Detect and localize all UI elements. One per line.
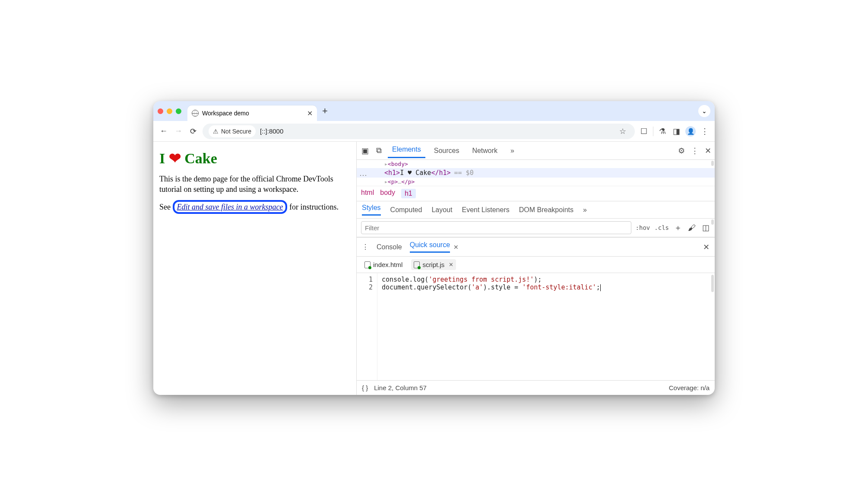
line-number-1: 1 xyxy=(361,276,373,283)
dom-eq-chip: == $0 xyxy=(454,169,474,177)
hov-toggle[interactable]: :hov xyxy=(636,224,650,231)
body-split: I ❤ Cake This is the demo page for the o… xyxy=(153,142,715,395)
crumb-h1[interactable]: h1 xyxy=(401,189,416,198)
page-content: I ❤ Cake This is the demo page for the o… xyxy=(153,142,356,395)
coverage-status: Coverage: n/a xyxy=(669,384,710,391)
tab-quick-source[interactable]: Quick source xyxy=(410,241,450,253)
line-number-2: 2 xyxy=(361,283,373,291)
para2-suffix: for instructions. xyxy=(287,203,339,211)
inspect-icon[interactable]: ▣ xyxy=(360,146,370,156)
editor-code[interactable]: console.log('greetings from script.js!')… xyxy=(377,273,605,380)
tab-strip: Workspace demo ✕ + ⌄ xyxy=(153,101,715,121)
kebab-menu-icon[interactable]: ⋮ xyxy=(700,127,710,136)
extensions-icon[interactable]: ☐ xyxy=(639,127,649,136)
source-editor[interactable]: 1 2 console.log('greetings from script.j… xyxy=(357,273,715,380)
close-tab-button[interactable]: ✕ xyxy=(307,109,313,118)
forward-button[interactable]: → xyxy=(173,127,184,136)
editor-status-bar: { } Line 2, Column 57 Coverage: n/a xyxy=(357,380,715,395)
paint-icon[interactable]: 🖌 xyxy=(687,223,697,232)
file-label-script: script.js xyxy=(422,261,444,268)
new-tab-button[interactable]: + xyxy=(322,105,328,117)
styles-toolbar: :hov .cls ＋ 🖌 ◫ xyxy=(357,219,715,237)
divider xyxy=(653,127,653,136)
heading-word1: I xyxy=(159,150,165,166)
browser-tab[interactable]: Workspace demo ✕ xyxy=(187,105,317,121)
styles-scrollbar[interactable] xyxy=(711,219,714,225)
profile-avatar[interactable]: 👤 xyxy=(685,126,696,137)
labs-icon[interactable]: ⚗ xyxy=(658,127,667,136)
tab-network[interactable]: Network xyxy=(468,144,502,157)
heart-icon: ❤ xyxy=(169,150,181,166)
tutorial-link[interactable]: Edit and save files in a workspace xyxy=(173,200,288,214)
tab-console[interactable]: Console xyxy=(377,243,402,251)
para2-prefix: See xyxy=(159,203,173,211)
tabs-dropdown-button[interactable]: ⌄ xyxy=(698,105,710,117)
crumb-html[interactable]: html xyxy=(361,189,374,198)
warning-icon: ⚠ xyxy=(213,128,219,135)
maximize-window-button[interactable] xyxy=(176,108,181,114)
cls-toggle[interactable]: .cls xyxy=(654,224,669,231)
close-file-icon[interactable]: ✕ xyxy=(449,261,453,268)
devtools-main-tabs: ▣ ⧉ Elements Sources Network » ⚙ ⋮ ✕ xyxy=(357,142,715,160)
security-label: Not Secure xyxy=(221,128,251,135)
styles-overflow-icon[interactable]: » xyxy=(583,206,587,214)
device-toggle-icon[interactable]: ⧉ xyxy=(374,146,383,155)
tab-computed[interactable]: Computed xyxy=(390,206,422,214)
url-text: [::]:8000 xyxy=(260,127,283,135)
intro-paragraph: This is the demo page for the official C… xyxy=(159,174,350,195)
tab-event-listeners[interactable]: Event Listeners xyxy=(462,206,509,214)
browser-window: Workspace demo ✕ + ⌄ ← → ⟳ ⚠ Not Secure … xyxy=(153,101,715,395)
reload-button[interactable]: ⟳ xyxy=(188,127,198,136)
heading-word3: Cake xyxy=(184,150,217,166)
gear-icon[interactable]: ⚙ xyxy=(678,146,685,156)
dom-h1-text: I ♥ Cake xyxy=(400,169,431,177)
crumb-body[interactable]: body xyxy=(380,189,395,198)
more-icon[interactable]: ⋮ xyxy=(691,146,699,156)
tab-sources[interactable]: Sources xyxy=(430,144,464,157)
bookmark-icon[interactable]: ☆ xyxy=(619,127,626,136)
globe-icon xyxy=(192,110,199,117)
tab-dom-breakpoints[interactable]: DOM Breakpoints xyxy=(519,206,573,214)
file-tab-script[interactable]: script.js ✕ xyxy=(411,259,456,270)
file-icon xyxy=(414,261,420,268)
editor-scrollbar[interactable] xyxy=(711,275,714,292)
window-controls xyxy=(158,108,181,114)
dom-next-row: ▸<p>…</p> xyxy=(384,178,415,185)
tab-layout[interactable]: Layout xyxy=(431,206,452,214)
drawer-more-icon[interactable]: ⋮ xyxy=(362,243,369,251)
page-heading: I ❤ Cake xyxy=(159,149,350,167)
editor-gutter: 1 2 xyxy=(357,273,377,380)
security-chip[interactable]: ⚠ Not Secure xyxy=(209,125,256,137)
minimize-window-button[interactable] xyxy=(167,108,172,114)
toolbar: ← → ⟳ ⚠ Not Secure [::]:8000 ☆ ☐ ⚗ ◨ 👤 ⋮ xyxy=(153,121,715,142)
cursor-position: Line 2, Column 57 xyxy=(374,384,427,391)
dom-h1-close: </h1> xyxy=(431,169,450,177)
styles-tab-bar: Styles Computed Layout Event Listeners D… xyxy=(357,201,715,219)
devtools-panel: ▣ ⧉ Elements Sources Network » ⚙ ⋮ ✕ ⋯ ▸… xyxy=(356,142,715,395)
instructions-paragraph: See Edit and save files in a workspace f… xyxy=(159,202,350,212)
tab-elements[interactable]: Elements xyxy=(388,143,425,158)
close-window-button[interactable] xyxy=(158,108,163,114)
tab-styles[interactable]: Styles xyxy=(362,204,381,216)
back-button[interactable]: ← xyxy=(158,127,169,136)
close-quick-source-icon[interactable]: ✕ xyxy=(453,244,459,251)
tab-title: Workspace demo xyxy=(202,110,249,117)
file-tabs: index.html script.js ✕ xyxy=(357,257,715,273)
dom-selected-row[interactable]: <h1>I ♥ Cake</h1> == $0 xyxy=(357,168,715,178)
new-style-icon[interactable]: ＋ xyxy=(673,223,683,233)
text-cursor xyxy=(600,284,601,291)
file-tab-index[interactable]: index.html xyxy=(362,259,405,270)
tabs-overflow-icon[interactable]: » xyxy=(506,144,519,157)
format-icon[interactable]: { } xyxy=(362,384,368,391)
dom-h1-open: <h1> xyxy=(384,169,400,177)
dom-scrollbar[interactable] xyxy=(711,161,714,166)
file-label-index: index.html xyxy=(373,261,402,268)
close-devtools-icon[interactable]: ✕ xyxy=(705,146,711,156)
styles-filter-input[interactable] xyxy=(361,221,631,234)
dom-overflow-icon[interactable]: ⋯ xyxy=(359,170,367,180)
close-drawer-icon[interactable]: ✕ xyxy=(703,242,710,252)
address-bar[interactable]: ⚠ Not Secure [::]:8000 ☆ xyxy=(203,124,635,139)
computed-toggle-icon[interactable]: ◫ xyxy=(701,223,710,232)
sidepanel-icon[interactable]: ◨ xyxy=(672,127,681,136)
dom-tree[interactable]: ⋯ ▸<body> <h1>I ♥ Cake</h1> == $0 ▸<p>…<… xyxy=(357,160,715,186)
